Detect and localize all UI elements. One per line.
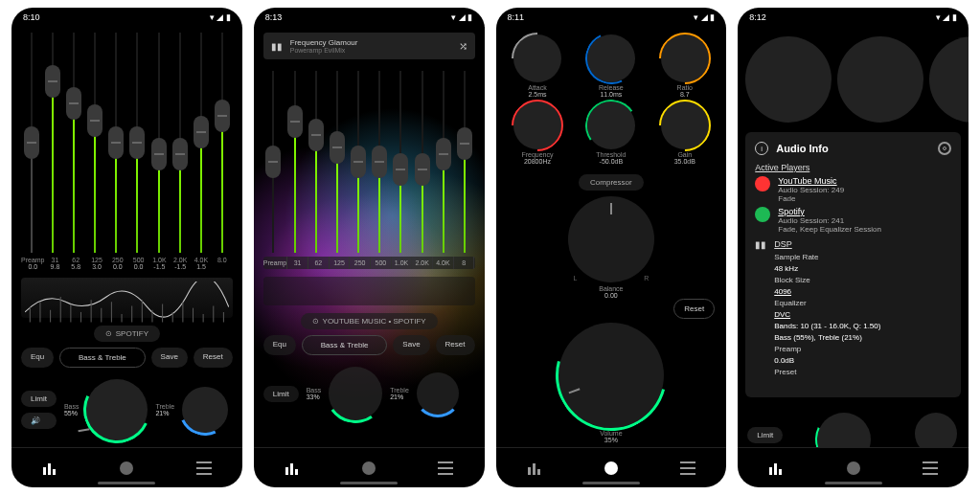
limit-button[interactable]: Limit (263, 386, 299, 402)
release-knob[interactable]: Release11.0ms (575, 34, 647, 98)
nav-eq-icon[interactable] (31, 454, 69, 483)
treble-knob[interactable] (182, 387, 228, 433)
gear-icon[interactable] (938, 142, 951, 155)
band-slider[interactable] (213, 33, 233, 253)
save-button[interactable]: Save (393, 335, 429, 355)
status-icons: ▾ ◢ ▮ (451, 12, 472, 22)
bass-knob[interactable] (86, 379, 148, 440)
save-button[interactable]: Save (151, 348, 188, 368)
svg-rect-28 (537, 469, 540, 475)
treble-knob[interactable] (417, 372, 459, 415)
svg-rect-20 (43, 467, 46, 475)
band-slider[interactable] (85, 33, 105, 253)
equ-button[interactable]: Equ (21, 348, 54, 368)
nav-eq-icon[interactable] (515, 454, 554, 483)
dsp-bass-treble: Bass (55%), Treble (21%) (774, 332, 951, 344)
spotify-icon (755, 207, 770, 222)
phone-info-screen: 8:12 ▾ ◢ ▮ i Audio Info Active Players Y… (738, 8, 969, 487)
band-slider[interactable] (306, 71, 326, 253)
source-chip[interactable]: ⊙ YOUTUBE MUSIC • SPOTIFY (301, 313, 438, 329)
statusbar: 8:10 ▾ ◢ ▮ (11, 8, 242, 27)
source-chip[interactable]: ⊙ SPOTIFY (94, 326, 160, 342)
bass-label: Bass33% (307, 387, 322, 400)
band-slider[interactable] (42, 33, 62, 253)
nav-menu-icon[interactable] (185, 454, 223, 483)
band-slider[interactable] (348, 71, 368, 253)
dsp-sample-rate: 48 kHz (774, 263, 951, 275)
treble-knob[interactable] (915, 413, 957, 447)
dsp-block-size-label: Block Size (774, 275, 951, 286)
player-item[interactable]: YouTube MusicAudio Session: 249Fade (755, 176, 951, 203)
band-slider[interactable] (148, 33, 169, 253)
gain-knob[interactable]: Gain35.0dB (649, 101, 720, 165)
preamp-slider[interactable] (21, 33, 41, 253)
player-item[interactable]: SpotifyAudio Session: 241Fade, Keep Equa… (755, 207, 951, 234)
status-icons: ▾ ◢ ▮ (210, 12, 231, 22)
eq-sliders (21, 33, 233, 253)
attack-knob[interactable]: Attack2.5ms (502, 34, 574, 98)
phone-fx-screen: 8:11 ▾ ◢ ▮ Attack2.5ms Release11.0ms Rat… (496, 8, 727, 487)
volume-icon[interactable]: 🔊 (21, 413, 57, 429)
dsp-dvc[interactable]: DVC (774, 309, 951, 321)
dsp-preamp-label: Preamp (774, 344, 951, 355)
bass-knob[interactable] (329, 367, 382, 420)
now-playing-bar[interactable]: ▮▮ Frequency GlamourPoweramp EvilMix ⤮ (263, 33, 475, 59)
band-slider[interactable] (370, 71, 390, 253)
band-slider[interactable] (327, 71, 347, 253)
statusbar: 8:12 ▾ ◢ ▮ (738, 8, 969, 27)
nav-menu-icon[interactable] (426, 454, 465, 483)
band-slider[interactable] (412, 71, 432, 253)
balance-knob[interactable]: LR Balance0.00 (496, 196, 727, 299)
status-icons: ▾ ◢ ▮ (694, 12, 715, 22)
track-artist: Poweramp EvilMix (290, 47, 451, 54)
content: ▮▮ Frequency GlamourPoweramp EvilMix ⤮ P… (254, 27, 485, 447)
dsp-block-size[interactable]: 4096 (774, 286, 951, 298)
band-slider[interactable] (454, 71, 474, 253)
nav-fx-icon[interactable] (592, 454, 630, 483)
reset-button[interactable]: Reset (673, 299, 715, 319)
band-slider[interactable] (391, 71, 411, 253)
svg-rect-22 (53, 469, 56, 475)
band-slider[interactable] (106, 33, 126, 253)
compressor-chip[interactable]: Compressor (579, 174, 644, 191)
audio-info-panel: i Audio Info Active Players YouTube Musi… (745, 132, 961, 397)
dsp-bands: Bands: 10 (31 - 16.0K, Q: 1.50) (774, 321, 951, 332)
limit-button[interactable]: Limit (21, 391, 57, 407)
clock: 8:13 (265, 12, 283, 22)
svg-rect-25 (295, 469, 298, 475)
equ-button[interactable]: Equ (263, 335, 296, 355)
threshold-knob[interactable]: Threshold-50.0dB (575, 101, 647, 165)
nav-menu-icon[interactable] (669, 454, 707, 483)
preamp-slider[interactable] (263, 71, 284, 253)
info-icon: i (755, 142, 768, 155)
band-slider[interactable] (285, 71, 305, 253)
home-indicator (582, 482, 640, 484)
reset-button[interactable]: Reset (436, 335, 475, 355)
clock: 8:11 (508, 12, 525, 22)
reset-button[interactable]: Reset (194, 348, 233, 368)
nav-menu-icon[interactable] (911, 454, 949, 483)
bass-knob[interactable] (817, 413, 871, 447)
shuffle-icon[interactable]: ⤮ (459, 40, 467, 53)
band-slider[interactable] (63, 33, 83, 253)
bass-treble-button[interactable]: Bass & Treble (59, 348, 145, 368)
volume-knob[interactable]: Volume35% (496, 323, 727, 443)
home-indicator (98, 482, 155, 484)
dsp-icon: ▮▮ (755, 239, 766, 378)
dsp-sample-rate-label: Sample Rate (774, 252, 951, 263)
statusbar: 8:11 ▾ ◢ ▮ (496, 8, 727, 27)
nav-fx-icon[interactable] (350, 454, 388, 483)
band-slider[interactable] (127, 33, 148, 253)
dsp-preamp: 0.0dB (774, 355, 951, 367)
nav-fx-icon[interactable] (107, 454, 146, 483)
bass-label: Bass55% (64, 403, 80, 416)
bass-treble-button[interactable]: Bass & Treble (302, 335, 387, 355)
band-slider[interactable] (433, 71, 453, 253)
ratio-knob[interactable]: Ratio8.7 (649, 34, 720, 98)
band-slider[interactable] (170, 33, 190, 253)
nav-fx-icon[interactable] (834, 454, 873, 483)
frequency-knob[interactable]: Frequency20800Hz (502, 101, 574, 165)
band-slider[interactable] (191, 33, 211, 253)
nav-eq-icon[interactable] (273, 454, 311, 483)
nav-eq-icon[interactable] (757, 454, 795, 483)
